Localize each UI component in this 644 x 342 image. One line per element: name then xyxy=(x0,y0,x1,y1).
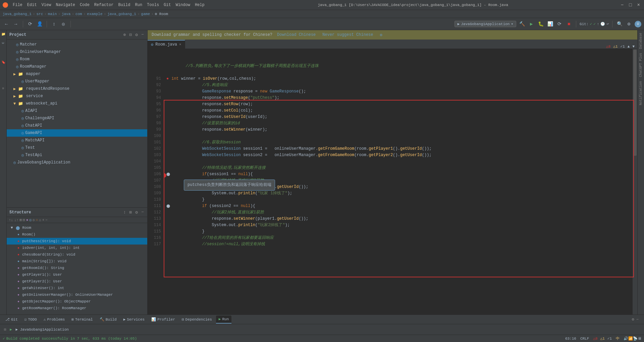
never-suggest-btn[interactable]: Never suggest Chinese xyxy=(320,32,375,38)
debug-btn[interactable]: 🐛 xyxy=(537,20,544,28)
struct-get-white-user[interactable]: ● getWhiteUser(): int xyxy=(7,285,147,291)
struct-room-class[interactable]: ▼ ⬤ Room xyxy=(7,224,147,231)
forward-btn[interactable]: → xyxy=(12,20,19,28)
bc-room[interactable]: ⚙ Room xyxy=(155,12,168,16)
bc-src[interactable]: src xyxy=(36,12,43,16)
tab-services[interactable]: ▶ Services xyxy=(121,316,147,324)
chatgpt-panel-label[interactable]: ChatGPT Plus xyxy=(638,52,643,78)
tab-dependencies[interactable]: ⊟ Dependencies xyxy=(179,316,215,324)
menu-help[interactable]: Help xyxy=(193,2,207,8)
tree-item-user-mapper[interactable]: ◎ UserMapper xyxy=(7,78,147,85)
run-btn[interactable]: ▶ xyxy=(528,20,535,28)
back-btn[interactable]: ← xyxy=(3,20,10,28)
profile-btn[interactable]: ⟳ xyxy=(556,20,563,28)
build-btn[interactable]: 🔨 xyxy=(518,20,526,28)
build-status[interactable]: ✓ Build completed successfully in 7 sec,… xyxy=(3,336,137,341)
maximize-btn[interactable]: □ xyxy=(628,2,633,8)
expand-all-icon[interactable]: ⊞ xyxy=(19,218,22,222)
struct-get-player2[interactable]: ● getPlayer2(): User xyxy=(7,278,147,285)
collapse-all-icon[interactable]: ⊟ xyxy=(23,218,25,222)
tree-item-room-manager[interactable]: ◎ RoomManager xyxy=(7,63,147,70)
close-btn[interactable]: × xyxy=(636,2,641,8)
menu-edit[interactable]: Edit xyxy=(25,2,39,8)
tab-terminal[interactable]: ⊞ Terminal xyxy=(69,316,95,324)
menu-file[interactable]: File xyxy=(11,2,24,8)
code-content[interactable]: //5.判断胜负,每次下了一步棋就判断一下这颗棋子周围是否出现五子连珠 ● in… xyxy=(164,49,633,315)
tab-build[interactable]: 🔨 Build xyxy=(97,316,119,324)
sort-alpha-btn[interactable]: ↕ xyxy=(123,209,127,215)
menu-tools[interactable]: Tools xyxy=(145,2,161,8)
bc-project[interactable]: java_gobang_1 xyxy=(3,12,32,16)
inherited-icon[interactable]: ◇ xyxy=(33,218,35,222)
tree-item-matcher[interactable]: ◎ Matcher xyxy=(7,41,147,48)
struct-is-over[interactable]: ● isOver(int, int, int): int xyxy=(7,245,147,251)
struct-chess-board[interactable]: ● chessBoard(String): void xyxy=(7,251,147,258)
menu-refactor[interactable]: Refactor xyxy=(92,2,116,8)
tab-close-btn[interactable]: × xyxy=(179,43,181,47)
sync2-btn[interactable]: ↕ xyxy=(50,20,58,28)
tree-item-challenge-api[interactable]: ◎ ChallengeAPI xyxy=(7,115,147,122)
target-btn[interactable]: ◎ xyxy=(60,20,67,28)
settings-gear-btn[interactable]: ⚙ xyxy=(625,20,633,28)
tree-item-service[interactable]: ▶ 📁 service xyxy=(7,92,147,100)
tree-item-test[interactable]: ◎ Test xyxy=(7,144,147,151)
sort-desc-icon[interactable]: ↓↑ xyxy=(14,218,18,222)
struct-constructor[interactable]: ● Room() xyxy=(7,231,147,238)
tree-item-game-api[interactable]: ◎ GameAPI xyxy=(7,129,147,137)
struct-get-online-mgr[interactable]: ● getOnlineUserManager(): OnlineUserMana… xyxy=(7,291,147,298)
window-controls[interactable]: − □ × xyxy=(620,2,641,8)
struct-main[interactable]: ● main(String[]): void xyxy=(7,258,147,265)
menu-window[interactable]: Window xyxy=(174,2,192,8)
coverage-btn[interactable]: 📊 xyxy=(546,20,554,28)
remove-btn[interactable]: − xyxy=(45,218,48,222)
menu-git[interactable]: Git xyxy=(162,2,173,8)
tab-profiler[interactable]: 📊 Profiler xyxy=(149,316,178,324)
bc-java[interactable]: java xyxy=(62,12,70,16)
tab-room-java[interactable]: ⚙ Room.java × xyxy=(148,40,185,49)
tab-run[interactable]: ▶ Run xyxy=(216,316,231,324)
code-editor[interactable]: 91 92 93 94 95 96 97 98 99 100 101 102 1… xyxy=(148,49,637,315)
bc-main[interactable]: main xyxy=(48,12,57,16)
download-chinese-btn[interactable]: Download Chinese xyxy=(275,32,318,38)
menu-bar[interactable]: File Edit View Navigate Code Refactor Bu… xyxy=(11,2,207,8)
struct-settings-btn[interactable]: ⚙ xyxy=(135,209,139,216)
encoding-indicator[interactable]: CRLF xyxy=(580,337,589,341)
tab-git[interactable]: ⎇ Git xyxy=(3,316,20,324)
struct-put-chess[interactable]: ● putChess(String): void xyxy=(7,238,147,245)
sort-type-btn[interactable]: ⊞ xyxy=(129,209,133,216)
menu-navigate[interactable]: Navigate xyxy=(54,2,77,8)
tree-item-aiapi[interactable]: ◎ AIAPI xyxy=(7,107,147,115)
struct-get-room-id[interactable]: ● getRoomId(): String xyxy=(7,265,147,271)
struct-get-obj-mapper[interactable]: ● getObjectMapper(): ObjectMapper xyxy=(7,298,147,305)
tree-item-room[interactable]: ◎ Room xyxy=(7,56,147,63)
menu-build[interactable]: Build xyxy=(116,2,132,8)
project-icon[interactable]: 📁 xyxy=(1,31,6,37)
bookmarks-icon[interactable]: 🔖 xyxy=(1,60,6,65)
sort-asc-icon[interactable]: ↑↓ xyxy=(9,218,13,222)
stop-btn[interactable]: ■ xyxy=(565,20,573,28)
menu-code[interactable]: Code xyxy=(78,2,92,8)
bc-proj[interactable]: java_gobang_1 xyxy=(107,12,136,16)
tree-item-websocket-api[interactable]: ▼ 📁 websocket_api xyxy=(7,100,147,107)
search-btn[interactable]: 🔍 xyxy=(616,20,623,28)
menu-run[interactable]: Run xyxy=(133,2,144,8)
minimize-btn[interactable]: − xyxy=(620,2,625,8)
position-indicator[interactable]: 63:16 xyxy=(565,337,576,341)
tree-item-app[interactable]: ◎ JavaGobang1Application xyxy=(7,159,147,166)
editor-scrollbar[interactable] xyxy=(633,49,637,315)
struct-get-player1[interactable]: ● getPlayer1(): User xyxy=(7,271,147,278)
structure-icon[interactable]: ≡ xyxy=(1,86,6,91)
hide-icon[interactable]: − xyxy=(636,317,639,322)
bc-example[interactable]: example xyxy=(87,12,102,16)
add-btn[interactable]: + xyxy=(42,218,45,222)
sync-btn[interactable]: ⟳ xyxy=(26,20,34,28)
methods-icon[interactable]: ◎ xyxy=(29,218,32,222)
profile-avatar[interactable]: U xyxy=(635,21,641,27)
commit-icon[interactable]: C xyxy=(1,40,6,46)
settings-icon[interactable]: ⚙ xyxy=(632,317,634,322)
collapse-btn[interactable]: ⊟ xyxy=(129,31,133,38)
tree-item-match-api[interactable]: ◎ MatchAPI xyxy=(7,137,147,144)
scroll-up-btn[interactable]: ▲ xyxy=(628,45,630,49)
panel-close-btn[interactable]: − xyxy=(141,31,145,38)
database-panel-label[interactable]: Database xyxy=(638,31,643,50)
